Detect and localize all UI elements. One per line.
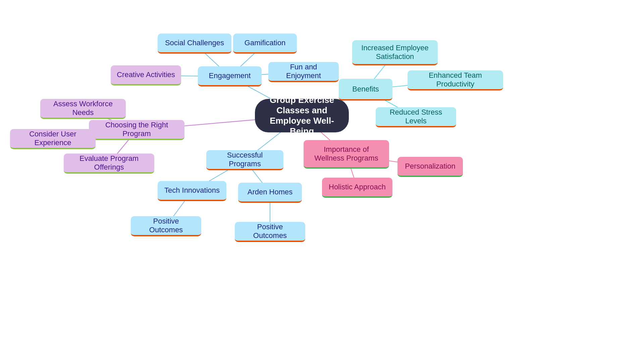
- node-social-challenges: Social Challenges: [158, 34, 231, 54]
- mindmap-container: Group Exercise Classes and Employee Well…: [0, 0, 644, 362]
- node-gamification: Gamification: [233, 34, 297, 54]
- node-assess-workforce: Assess Workforce Needs: [40, 99, 126, 119]
- node-engagement: Engagement: [198, 66, 262, 86]
- node-increased-satisfaction: Increased Employee Satisfaction: [352, 40, 438, 65]
- node-importance-wellness: Importance of Wellness Programs: [304, 140, 389, 169]
- node-reduced-stress: Reduced Stress Levels: [376, 107, 456, 127]
- node-successful-programs: Successful Programs: [206, 150, 283, 170]
- node-holistic-approach: Holistic Approach: [322, 178, 392, 198]
- node-evaluate-offerings: Evaluate Program Offerings: [64, 154, 154, 174]
- node-consider-ux: Consider User Experience: [10, 129, 96, 149]
- node-positive-outcomes-1: Positive Outcomes: [131, 216, 201, 236]
- node-enhanced-productivity: Enhanced Team Productivity: [408, 70, 503, 90]
- center-node: Group Exercise Classes and Employee Well…: [255, 99, 349, 132]
- node-creative-activities: Creative Activities: [111, 65, 181, 85]
- node-choosing-program: Choosing the Right Program: [89, 120, 184, 140]
- node-benefits: Benefits: [339, 79, 392, 101]
- node-arden-homes: Arden Homes: [238, 183, 302, 203]
- node-positive-outcomes-2: Positive Outcomes: [235, 222, 305, 242]
- node-fun-enjoyment: Fun and Enjoyment: [268, 62, 339, 82]
- node-personalization: Personalization: [397, 157, 463, 177]
- node-tech-innovations: Tech Innovations: [158, 181, 226, 201]
